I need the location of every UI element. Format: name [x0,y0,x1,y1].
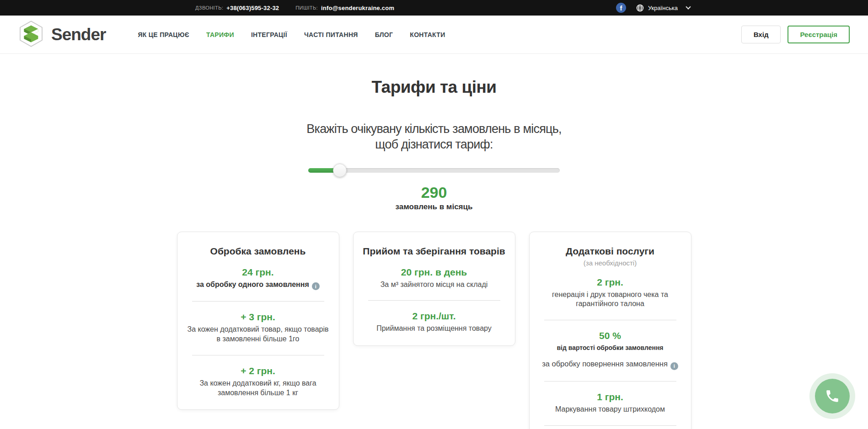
nav-item-4[interactable]: БЛОГ [375,31,393,38]
info-icon[interactable]: i [670,362,678,370]
pricing-card-1: Прийом та зберігання товарів20 грн. в де… [353,232,515,346]
price-value: + 2 грн. [187,365,330,376]
orders-label: замовлень в місяць [0,202,868,212]
price-description: Приймання та розміщення товару [363,324,506,334]
topbar-inner: ДЗВОНІТЬ: +38(063)595-32-32 ПИШІТЬ: info… [173,3,695,13]
nav-item-0[interactable]: ЯК ЦЕ ПРАЦЮЄ [138,31,189,38]
card-section: 20 грн. в деньЗа м³ зайнятого місця на с… [362,257,507,291]
price-value: 2 грн. [539,277,682,288]
slider-prompt-line1: Вкажіть очікувану кількість замовлень в … [0,122,868,137]
card-subtitle: (за необхідності) [538,259,683,267]
price-description: За кожен додатковий кг, якщо вага замовл… [187,379,330,398]
register-button[interactable]: Реєстрація [788,26,850,43]
email-contact[interactable]: ПИШІТЬ: info@senderukraine.com [295,5,394,11]
price-description: від вартості обробки замовлення [539,344,682,352]
slider-prompt: Вкажіть очікувану кількість замовлень в … [0,122,868,153]
price-description: Маркування товару штрихкодом [539,405,682,414]
card-section: 50 %від вартості обробки замовленняза об… [538,320,683,372]
nav-item-1[interactable]: ТАРИФИ [206,31,234,38]
info-icon[interactable]: i [312,282,320,290]
price-value: 2 грн./шт. [363,311,506,322]
brand-logo[interactable]: Sender [18,21,106,49]
login-button[interactable]: Вхід [741,26,781,43]
price-value: 1 грн. [539,392,682,403]
call-label: ДЗВОНІТЬ: [195,5,223,11]
card-title: Обробка замовлень [186,246,331,257]
globe-icon [636,4,644,12]
price-value: 20 грн. в день [363,267,506,278]
price-value: 50 % [539,330,682,341]
price-description: за обробку одного замовленняi [187,280,330,291]
topbar-right: f Українська [616,3,690,13]
call-fab[interactable] [809,373,855,419]
price-value: 24 грн. [187,267,330,278]
main-nav: ЯК ЦЕ ПРАЦЮЄТАРИФИІНТЕГРАЦІЇЧАСТІ ПИТАНН… [138,31,445,38]
chevron-down-icon[interactable] [686,4,691,9]
site-header: Sender ЯК ЦЕ ПРАЦЮЄТАРИФИІНТЕГРАЦІЇЧАСТІ… [0,16,868,54]
card-section: + 2 грн.За кожен додатковий кг, якщо ваг… [186,355,331,400]
call-fab-inner [815,379,850,413]
logo-icon [18,21,44,49]
pricing-cards: Обробка замовлень24 грн.за обробку одног… [0,232,868,429]
phone-contact[interactable]: ДЗВОНІТЬ: +38(063)595-32-32 [195,5,279,11]
phone-icon [825,388,840,404]
card-section: 2 грн./шт.Приймання та розміщення товару [362,301,507,335]
price-description-text: За кожен додатковий кг, якщо вага замовл… [199,379,316,397]
nav-item-5[interactable]: КОНТАКТИ [410,31,445,38]
price-description-text: генерація і друк товарного чека та гаран… [552,291,668,308]
card-section: 24 грн.за обробку одного замовленняi [186,257,331,292]
pricing-card-0: Обробка замовлень24 грн.за обробку одног… [177,232,339,410]
nav-item-2[interactable]: ІНТЕГРАЦІЇ [251,31,287,38]
price-description-text: від вартості обробки замовлення [557,344,663,351]
slider-handle[interactable] [333,164,347,177]
price-description-text: За кожен додатковий товар, якщо товарів … [187,325,328,343]
page-title: Тарифи та ціни [0,78,868,97]
pricing-card-2: Додаткові послуги(за необхідності)2 грн.… [529,232,691,429]
card-section: 1 грн.Маркування товару штрихкодом [538,381,683,416]
price-description-text: За м³ зайнятого місця на складі [380,281,488,288]
card-section: 350 грн.кур'єрська доставка по Києву [538,426,683,429]
orders-slider[interactable] [308,164,560,177]
price-description: за обробку повернення замовленняi [539,359,682,370]
orders-value: 290 [0,184,868,201]
price-description: генерація і друк товарного чека та гаран… [539,290,682,309]
price-description-text: Приймання та розміщення товару [376,324,492,332]
topbar-contacts: ДЗВОНІТЬ: +38(063)595-32-32 ПИШІТЬ: info… [195,5,394,11]
card-title: Додаткові послуги [538,246,683,257]
brand-name: Sender [51,25,106,44]
price-description: За кожен додатковий товар, якщо товарів … [187,325,330,344]
write-label: ПИШІТЬ: [295,5,318,11]
slider-prompt-line2: щоб дізнатися тариф: [0,137,868,153]
price-description: За м³ зайнятого місця на складі [363,280,506,290]
card-title: Прийом та зберігання товарів [362,246,507,257]
card-section: 2 грн.генерація і друк товарного чека та… [538,267,683,311]
nav-item-3[interactable]: ЧАСТІ ПИТАННЯ [304,31,358,38]
card-section: + 3 грн.За кожен додатковий товар, якщо … [186,302,331,346]
language-label[interactable]: Українська [648,5,678,11]
price-value: + 3 грн. [187,312,330,323]
language-selector[interactable]: Українська [636,4,690,12]
header-actions: Вхід Реєстрація [741,26,850,43]
phone-number[interactable]: +38(063)595-32-32 [226,5,279,11]
email-address[interactable]: info@senderukraine.com [321,5,394,11]
price-description-text: Маркування товару штрихкодом [555,405,665,413]
facebook-icon[interactable]: f [616,3,626,13]
topbar: ДЗВОНІТЬ: +38(063)595-32-32 ПИШІТЬ: info… [0,0,868,16]
price-description-text: за обробку одного замовлення [196,281,309,288]
price-description-text: за обробку повернення замовлення [542,360,668,368]
